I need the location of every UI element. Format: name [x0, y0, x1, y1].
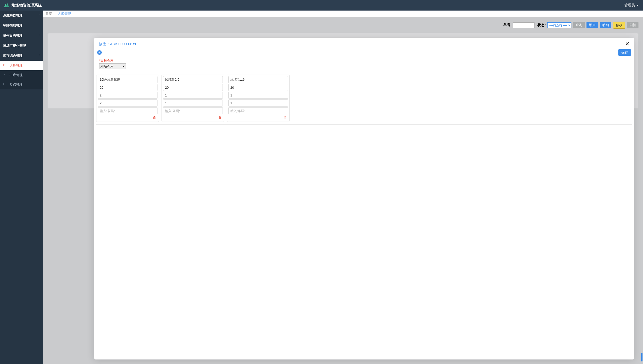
toolbar: 单号: 状态: ----请选择---- 查询 增加 明细 修改 刷新	[43, 17, 643, 29]
chevron-down-icon: ˇ	[39, 14, 40, 17]
order-label: 单号:	[503, 23, 512, 27]
edit-modal: 修改：ARKD00000150 ✕ ＋ 保存 *目标仓库 堆场仓库	[94, 38, 634, 359]
menu-group-label: 系统基础管理	[3, 13, 23, 18]
item-cards: 🗑 🗑 🗑	[94, 71, 634, 122]
sidebar: 系统基础管理 ˇ 登陆信息管理 ˇ 操作日志管理 ˇ 堆场可视化管理 库存综合管…	[0, 11, 43, 364]
item-field-b-input[interactable]	[163, 99, 223, 107]
submenu: 入库管理 出库管理 盘点管理	[0, 61, 43, 89]
item-barcode-input[interactable]	[163, 107, 223, 114]
item-field-a-input[interactable]	[98, 92, 157, 99]
add-item-button[interactable]: ＋	[97, 50, 102, 55]
menu-group-system[interactable]: 系统基础管理 ˇ	[0, 11, 43, 21]
item-name-input[interactable]	[228, 76, 288, 83]
menu-group-login[interactable]: 登陆信息管理 ˇ	[0, 21, 43, 31]
sidebar-item-check[interactable]: 盘点管理	[0, 80, 43, 89]
menu-group-oplog[interactable]: 操作日志管理 ˇ	[0, 31, 43, 41]
delete-icon[interactable]: 🗑	[153, 116, 156, 120]
target-warehouse-label: *目标仓库	[99, 58, 629, 63]
menu-group-label: 堆场可视化管理	[3, 43, 26, 48]
sidebar-item-label: 盘点管理	[10, 83, 23, 86]
item-field-a-input[interactable]	[228, 92, 288, 99]
target-warehouse-select[interactable]: 堆场仓库	[99, 63, 126, 69]
scrollbar-thumb[interactable]	[641, 353, 642, 361]
item-name-input[interactable]	[163, 76, 223, 83]
breadcrumb-sep: |	[55, 12, 55, 16]
sidebar-item-label: 入库管理	[10, 64, 23, 67]
refresh-button[interactable]: 刷新	[627, 22, 638, 28]
query-button[interactable]: 查询	[573, 22, 585, 28]
status-label: 状态:	[538, 23, 546, 27]
status-select[interactable]: ----请选择----	[547, 22, 571, 28]
sidebar-item-inbound[interactable]: 入库管理	[0, 61, 43, 70]
breadcrumb-home[interactable]: 首页	[45, 12, 52, 16]
user-menu[interactable]: 管理员 ▼	[624, 3, 639, 8]
order-input[interactable]	[513, 22, 534, 28]
app-title: 堆场物资管理系统	[12, 3, 42, 8]
chevron-down-icon: ˇ	[39, 24, 40, 27]
menu-group-label: 操作日志管理	[3, 33, 23, 38]
user-name: 管理员	[624, 3, 635, 8]
edit-button[interactable]: 修改	[613, 22, 625, 29]
main: 首页 | 入库管理 单号: 状态: ----请选择---- 查询 增加 明细 修…	[43, 11, 643, 364]
topbar: 堆场物资管理系统 管理员 ▼	[0, 0, 643, 11]
chevron-down-icon: ˇ	[39, 34, 40, 37]
chevron-up-icon: ˆ	[39, 54, 40, 57]
breadcrumb: 首页 | 入库管理	[43, 11, 643, 17]
logo-icon	[4, 3, 9, 7]
item-name-input[interactable]	[98, 76, 157, 83]
item-field-a-input[interactable]	[163, 92, 223, 99]
close-icon[interactable]: ✕	[625, 41, 629, 47]
item-field-b-input[interactable]	[98, 99, 157, 107]
modal-title: 修改：ARKD00000150	[99, 42, 137, 46]
item-barcode-input[interactable]	[228, 107, 288, 114]
delete-icon[interactable]: 🗑	[283, 116, 287, 120]
item-field-b-input[interactable]	[228, 99, 288, 107]
delete-icon[interactable]: 🗑	[218, 116, 222, 120]
sidebar-item-outbound[interactable]: 出库管理	[0, 70, 43, 80]
item-card: 🗑	[227, 75, 290, 122]
menu-group-label: 登陆信息管理	[3, 23, 23, 28]
breadcrumb-current: 入库管理	[58, 12, 71, 16]
sidebar-item-label: 出库管理	[10, 73, 23, 77]
item-barcode-input[interactable]	[98, 107, 157, 114]
menu-group-visual[interactable]: 堆场可视化管理	[0, 41, 43, 51]
caret-down-icon: ▼	[636, 4, 639, 7]
detail-button[interactable]: 明细	[600, 22, 611, 28]
item-qty-input[interactable]	[98, 84, 157, 91]
item-qty-input[interactable]	[163, 84, 223, 91]
add-button[interactable]: 增加	[586, 22, 598, 28]
item-card: 🗑	[162, 75, 224, 122]
save-button[interactable]: 保存	[618, 49, 631, 56]
item-card: 🗑	[96, 75, 159, 122]
menu-group-inventory[interactable]: 库存综合管理 ˆ	[0, 51, 43, 61]
menu-group-label: 库存综合管理	[3, 54, 23, 58]
item-qty-input[interactable]	[228, 84, 288, 91]
